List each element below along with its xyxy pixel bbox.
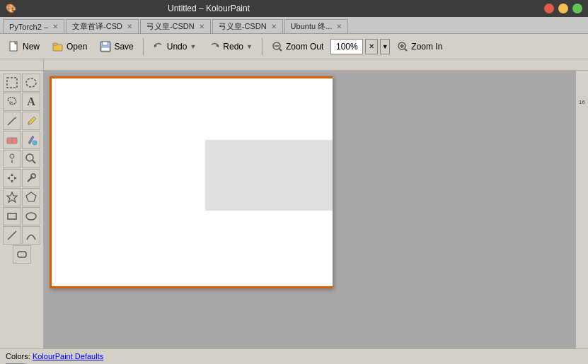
eraser-tool[interactable] xyxy=(3,131,21,149)
ellipse-shape-tool[interactable] xyxy=(22,207,40,225)
move-tool[interactable] xyxy=(3,169,21,187)
curve-icon xyxy=(25,229,38,242)
canvas[interactable] xyxy=(50,76,333,288)
rect-shape-tool[interactable] xyxy=(3,207,21,225)
svg-point-25 xyxy=(26,154,33,161)
pencil-icon xyxy=(6,115,18,127)
tool-row-10 xyxy=(13,245,31,264)
fill-bucket-tool[interactable] xyxy=(22,131,40,149)
star-tool[interactable] xyxy=(3,188,21,206)
app-icon: 🎨 xyxy=(6,4,16,13)
svg-rect-4 xyxy=(103,42,108,45)
selection-ellipse-tool[interactable] xyxy=(22,74,40,92)
svg-line-19 xyxy=(8,124,8,125)
tab-0-close[interactable]: ✕ xyxy=(52,23,58,30)
open-label: Open xyxy=(67,42,87,52)
selection-rect-tool[interactable] xyxy=(3,74,21,92)
curve-tool[interactable] xyxy=(22,226,40,245)
canvas-area[interactable] xyxy=(44,71,575,348)
tool-row-2: A xyxy=(3,93,40,111)
save-label: Save xyxy=(114,42,133,52)
svg-line-37 xyxy=(8,231,16,240)
fill-bucket-icon xyxy=(25,134,38,146)
zoom-clear-button[interactable]: ✕ xyxy=(365,39,378,54)
new-icon xyxy=(8,41,20,52)
color-picker-tool[interactable] xyxy=(3,150,21,168)
svg-marker-34 xyxy=(26,192,36,201)
tab-2-close[interactable]: ✕ xyxy=(199,23,204,30)
undo-arrow[interactable]: ▼ xyxy=(190,43,196,50)
minimize-button[interactable] xyxy=(558,4,568,13)
zoom-box: 100% ✕ ▼ xyxy=(330,39,390,54)
lasso-icon xyxy=(6,95,18,108)
undo-button[interactable]: Undo ▼ xyxy=(147,37,202,57)
line-tool[interactable] xyxy=(3,226,21,245)
polygon-tool[interactable] xyxy=(22,188,40,206)
redo-label: Redo xyxy=(223,42,243,52)
redo-icon xyxy=(209,41,220,52)
tool-sidebar: A xyxy=(0,71,44,348)
svg-line-26 xyxy=(33,160,35,163)
svg-line-17 xyxy=(8,118,15,124)
color-panel: Colors: KolourPaint Defaults ↗ xyxy=(0,348,588,364)
tab-1[interactable]: 文章首译-CSD ✕ xyxy=(66,19,139,33)
ellipse-shape-icon xyxy=(25,210,38,223)
tab-4[interactable]: Ubuntu 终... ✕ xyxy=(284,19,349,33)
tab-1-close[interactable]: ✕ xyxy=(127,23,132,30)
tool-row-3 xyxy=(3,112,40,130)
toolbar: New Open Save Undo ▼ Redo ▼ Zoom Out 100… xyxy=(0,34,588,59)
svg-rect-38 xyxy=(18,252,26,257)
svg-line-10 xyxy=(279,49,282,51)
brush-tool[interactable] xyxy=(22,112,40,130)
lasso-tool[interactable] xyxy=(3,93,21,111)
maximize-button[interactable] xyxy=(572,4,582,13)
save-button[interactable]: Save xyxy=(94,37,139,57)
zoom-out-button[interactable]: Zoom Out xyxy=(266,37,329,57)
zoom-input[interactable]: 100% xyxy=(330,39,363,54)
magnifier-icon xyxy=(25,153,38,165)
svg-marker-29 xyxy=(7,177,10,180)
line-icon xyxy=(6,229,18,242)
redo-arrow[interactable]: ▼ xyxy=(246,43,253,50)
rounded-rect-tool[interactable] xyxy=(13,245,31,264)
new-button[interactable]: New xyxy=(3,37,45,57)
tab-4-label: Ubuntu 终... xyxy=(291,21,333,32)
move-icon xyxy=(6,172,18,184)
sep1 xyxy=(143,38,144,55)
pencil-tool[interactable] xyxy=(3,112,21,130)
tool-row-1 xyxy=(3,74,40,92)
eyedropper-icon xyxy=(25,172,38,184)
canvas-border-top xyxy=(50,76,333,78)
tool-row-6 xyxy=(3,169,40,187)
color-picker-icon xyxy=(6,153,18,165)
tab-2[interactable]: 弓义皇-CSDN ✕ xyxy=(140,19,211,33)
text-tool[interactable]: A xyxy=(22,93,40,111)
svg-point-23 xyxy=(33,141,37,145)
undo-icon xyxy=(153,41,164,52)
tab-3[interactable]: 弓义皇-CSDN ✕ xyxy=(212,19,283,33)
close-button[interactable] xyxy=(544,4,554,13)
tool-row-7 xyxy=(3,188,40,206)
magnifier-tool[interactable] xyxy=(22,150,40,168)
svg-point-36 xyxy=(26,213,36,220)
right-ruler: 16 xyxy=(575,71,588,348)
eraser-icon xyxy=(6,134,18,146)
tab-4-close[interactable]: ✕ xyxy=(336,23,342,30)
colors-label: Colors: xyxy=(6,352,30,360)
open-icon xyxy=(52,41,64,52)
tool-row-8 xyxy=(3,207,40,225)
eyedropper-tool[interactable] xyxy=(22,169,40,187)
open-button[interactable]: Open xyxy=(47,37,93,57)
tab-0[interactable]: PyTorch2 – ✕ xyxy=(3,19,64,33)
svg-rect-2 xyxy=(53,43,57,45)
palette-name-link[interactable]: KolourPaint Defaults xyxy=(33,352,103,360)
zoom-in-button[interactable]: Zoom In xyxy=(391,37,448,57)
svg-point-24 xyxy=(10,154,14,158)
polygon-icon xyxy=(25,191,38,204)
zoom-dropdown-button[interactable]: ▼ xyxy=(380,39,390,54)
svg-rect-15 xyxy=(7,78,17,88)
redo-button[interactable]: Redo ▼ xyxy=(203,37,258,57)
svg-rect-35 xyxy=(8,213,16,219)
zoom-in-label: Zoom In xyxy=(411,42,442,52)
tab-3-close[interactable]: ✕ xyxy=(271,23,277,30)
